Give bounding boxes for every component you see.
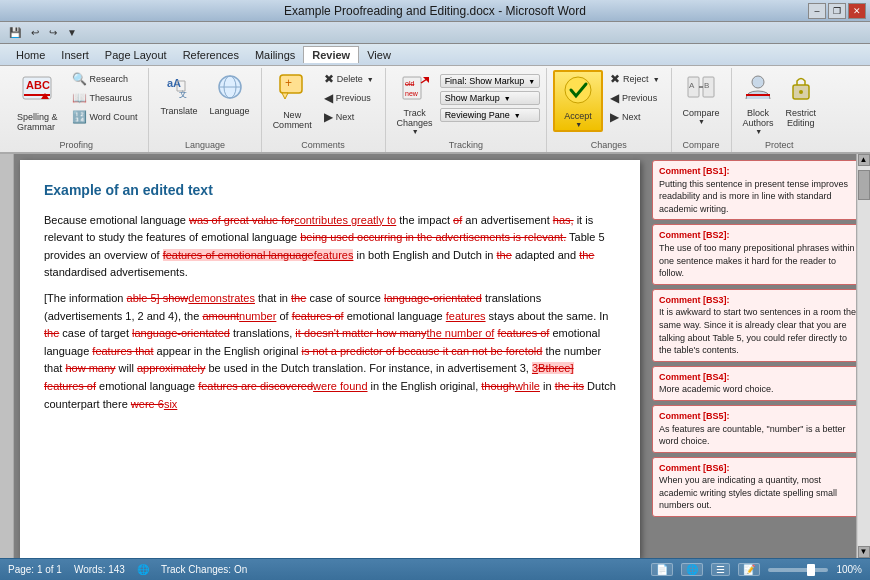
page-indicator: Page: 1 of 1	[8, 564, 62, 575]
p2-ins-2: number	[239, 310, 276, 322]
thesaurus-button[interactable]: 📖 Thesaurus	[67, 89, 143, 107]
comment-bs5-text: As features are countable, "number" is a…	[659, 423, 856, 448]
scroll-thumb[interactable]	[858, 170, 870, 200]
view-web-button[interactable]: 🌐	[681, 563, 703, 576]
svg-text:B: B	[704, 81, 709, 90]
language-icon	[216, 73, 244, 104]
view-draft-button[interactable]: 📝	[738, 563, 760, 576]
compare-buttons: A B Compare ▼	[678, 70, 725, 138]
scroll-down-button[interactable]: ▼	[858, 546, 870, 558]
view-outline-button[interactable]: ☰	[711, 563, 730, 576]
final-show-markup-dropdown[interactable]: Final: Show Markup ▼	[440, 74, 540, 88]
previous-comment-button[interactable]: ◀ Previous	[319, 89, 379, 107]
next-change-button[interactable]: ▶ Next	[605, 108, 664, 126]
wordcount-icon: 🔢	[72, 110, 87, 124]
tracking-buttons: old new TrackChanges ▼ Final: Show Marku…	[392, 70, 541, 138]
menu-pagelayout[interactable]: Page Layout	[97, 47, 175, 63]
p2-ins-3: features	[446, 310, 486, 322]
minimize-button[interactable]: –	[808, 3, 826, 19]
new-comment-button[interactable]: + NewComment	[268, 70, 317, 133]
p2-del-1: able 5] show	[127, 292, 189, 304]
new-comment-label: NewComment	[273, 110, 312, 130]
p2-text-19: in	[540, 380, 555, 392]
svg-text:+: +	[285, 76, 292, 90]
close-button[interactable]: ✕	[848, 3, 866, 19]
svg-text:new: new	[405, 90, 419, 97]
menu-insert[interactable]: Insert	[53, 47, 97, 63]
zoom-thumb[interactable]	[807, 564, 815, 576]
menu-mailings[interactable]: Mailings	[247, 47, 303, 63]
previous-change-button[interactable]: ◀ Previous	[605, 89, 664, 107]
p2-text-17: emotional language	[96, 380, 198, 392]
redo-quick-button[interactable]: ↪	[46, 26, 60, 39]
svg-text:aA: aA	[167, 77, 181, 89]
vertical-scrollbar[interactable]: ▲ ▼	[856, 154, 870, 558]
accept-label: Accept	[564, 111, 592, 121]
svg-text:A: A	[689, 81, 695, 90]
ribbon-group-protect: BlockAuthors ▼ RestrictEditing Protect	[732, 68, 828, 152]
customqat-button[interactable]: ▼	[64, 26, 80, 39]
p2-text-6: emotional language	[344, 310, 446, 322]
p2-del-3: language-orientated	[384, 292, 482, 304]
reviewing-pane-dropdown[interactable]: Reviewing Pane ▼	[440, 108, 540, 122]
p2-del-18: the its	[555, 380, 584, 392]
view-normal-button[interactable]: 📄	[651, 563, 673, 576]
compare-group-label: Compare	[678, 138, 725, 150]
vertical-ruler-sidebar	[0, 154, 14, 558]
comment-bs4-label: Comment [BS4]:	[659, 371, 856, 384]
next-comment-icon: ▶	[324, 110, 333, 124]
accept-button[interactable]: Accept ▼	[553, 70, 603, 132]
menu-home[interactable]: Home	[8, 47, 53, 63]
p1-text-7: adapted and	[512, 249, 579, 261]
final-markup-arrow: ▼	[528, 78, 535, 85]
undo-quick-button[interactable]: ↩	[28, 26, 42, 39]
menu-bar: Home Insert Page Layout References Maili…	[0, 44, 870, 66]
comment-bs3: Comment [BS3]: It is awkward to start tw…	[652, 289, 856, 362]
show-markup-dropdown[interactable]: Show Markup ▼	[440, 91, 540, 105]
wordcount-button[interactable]: 🔢 Word Count	[67, 108, 143, 126]
p2-text-1: [The information	[44, 292, 127, 304]
delete-label: Delete	[337, 74, 363, 84]
show-markup-label: Show Markup	[445, 93, 500, 103]
block-authors-button[interactable]: BlockAuthors ▼	[738, 70, 779, 138]
track-changes-label: TrackChanges	[397, 108, 433, 128]
restrict-editing-icon	[787, 73, 815, 106]
ribbon-group-language: aA 文 Translate Language Langua	[149, 68, 261, 152]
block-authors-icon	[744, 73, 772, 106]
menu-references[interactable]: References	[175, 47, 247, 63]
p2-ins-1: demonstrates	[188, 292, 255, 304]
translate-button[interactable]: aA 文 Translate	[155, 70, 202, 119]
spelling-grammar-button[interactable]: ABC Spelling &Grammar	[10, 70, 65, 135]
comments-group-label: Comments	[268, 138, 379, 150]
document-page[interactable]: Example of an edited text Because emotio…	[20, 160, 640, 558]
research-button[interactable]: 🔍 Research	[67, 70, 143, 88]
comment-bs4: Comment [BS4]: More academic word choice…	[652, 366, 856, 401]
status-right: 📄 🌐 ☰ 📝 100%	[651, 563, 862, 576]
menu-view[interactable]: View	[359, 47, 399, 63]
compare-button[interactable]: A B Compare ▼	[678, 70, 725, 128]
tracking-group-label: Tracking	[392, 138, 541, 150]
language-button[interactable]: Language	[205, 70, 255, 119]
p2-text-12: appear in the English original	[153, 345, 301, 357]
comments-buttons: + NewComment ✖ Delete ▼ ◀ Previous ▶ Nex…	[268, 70, 379, 138]
window-controls[interactable]: – ❐ ✕	[808, 3, 866, 19]
save-quick-button[interactable]: 💾	[6, 26, 24, 39]
comment-bs3-label: Comment [BS3]:	[659, 294, 856, 307]
block-authors-label: BlockAuthors	[743, 108, 774, 128]
scroll-up-button[interactable]: ▲	[858, 154, 870, 166]
p2-del-12: how many	[65, 362, 115, 374]
track-changes-button[interactable]: old new TrackChanges ▼	[392, 70, 438, 138]
menu-review[interactable]: Review	[303, 46, 359, 63]
p2-del-6: the	[44, 327, 59, 339]
comment-nav-buttons: ✖ Delete ▼ ◀ Previous ▶ Next	[319, 70, 379, 126]
next-comment-label: Next	[336, 112, 355, 122]
next-comment-button[interactable]: ▶ Next	[319, 108, 379, 126]
previous-change-label: Previous	[622, 93, 657, 103]
restrict-editing-button[interactable]: RestrictEditing	[781, 70, 822, 131]
restore-button[interactable]: ❐	[828, 3, 846, 19]
zoom-slider[interactable]	[768, 568, 828, 572]
delete-comment-button[interactable]: ✖ Delete ▼	[319, 70, 379, 88]
p1-text-3: an advertisement	[462, 214, 553, 226]
p1-del-6: the	[497, 249, 512, 261]
reject-button[interactable]: ✖ Reject ▼	[605, 70, 664, 88]
